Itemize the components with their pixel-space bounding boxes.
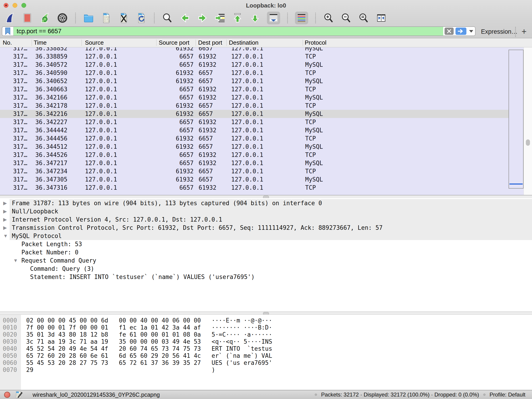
- cell-no: 317…: [0, 118, 32, 126]
- expand-icon[interactable]: ▶: [3, 199, 7, 207]
- packet-row[interactable]: 317…36.347305127.0.0.1619326657127.0.0.1…: [0, 175, 532, 184]
- column-header-source[interactable]: Source: [82, 38, 157, 47]
- add-filter-button[interactable]: +: [521, 25, 526, 38]
- packet-row[interactable]: 317…36.340590127.0.0.1619326657127.0.0.1…: [0, 69, 532, 77]
- capture-comment-icon[interactable]: 0101 0110: [15, 391, 23, 399]
- packet-row[interactable]: 317…36.344456127.0.0.1619326657127.0.0.1…: [0, 134, 532, 143]
- cell-source: 127.0.0.1: [82, 69, 157, 77]
- file-open-button[interactable]: [83, 12, 94, 24]
- packet-row[interactable]: 317…36.340572127.0.0.1665761932127.0.0.1…: [0, 61, 532, 69]
- hex-row[interactable]: 007029 ): [0, 367, 532, 374]
- hex-row[interactable]: 00303c 71 aa 19 3c 71 aa 19 35 00 00 00 …: [0, 338, 532, 345]
- hex-row[interactable]: 006055 45 53 20 28 27 75 73 65 72 61 37 …: [0, 359, 532, 367]
- go-last-button[interactable]: [249, 12, 261, 24]
- expand-icon[interactable]: ▶: [3, 224, 7, 232]
- packet-list-minimap[interactable]: [508, 50, 524, 189]
- filter-clear-button[interactable]: [444, 28, 454, 35]
- zoom-in-button[interactable]: [323, 12, 334, 24]
- go-back-button[interactable]: [179, 12, 191, 24]
- column-header-no[interactable]: No.: [0, 38, 32, 47]
- packet-row[interactable]: 317…36.342178127.0.0.1619326657127.0.0.1…: [0, 101, 532, 110]
- column-header-destination[interactable]: Destination: [227, 38, 303, 47]
- packet-row[interactable]: 317…36.342227127.0.0.1665761932127.0.0.1…: [0, 118, 532, 126]
- detail-row[interactable]: Packet Length: 53: [0, 240, 532, 248]
- packet-row[interactable]: 317…36.347234127.0.0.1619326657127.0.0.1…: [0, 167, 532, 175]
- hex-row[interactable]: 004045 52 54 20 49 4e 54 4f 20 60 74 65 …: [0, 345, 532, 352]
- expression-button[interactable]: Expression…: [481, 25, 518, 38]
- cell-time: 36.340663: [32, 85, 82, 93]
- cell-dst_port: 6657: [196, 101, 227, 110]
- splitter-list-details[interactable]: [0, 195, 532, 198]
- filter-value[interactable]: tcp.port == 6657: [13, 27, 443, 36]
- packet-row[interactable]: 317…36.347316127.0.0.1665761932127.0.0.1…: [0, 184, 532, 192]
- detail-row[interactable]: ▶Transmission Control Protocol, Src Port…: [0, 224, 532, 232]
- find-packet-button[interactable]: [162, 12, 173, 24]
- detail-row[interactable]: ▶Internet Protocol Version 4, Src: 127.0…: [0, 215, 532, 224]
- column-header-protocol[interactable]: Protocol: [303, 38, 532, 47]
- column-header-dest-port[interactable]: Dest port: [196, 38, 227, 47]
- zoom-reset-icon: [358, 13, 369, 24]
- file-close-button[interactable]: 01010 01101 01110: [118, 12, 129, 24]
- cell-no: 317…: [0, 151, 32, 159]
- filter-bookmark-icon[interactable]: [2, 27, 13, 36]
- packet-list-scrollbar[interactable]: [524, 47, 532, 195]
- packet-row[interactable]: 317…36.347217127.0.0.1665761932127.0.0.1…: [0, 159, 532, 167]
- cell-destination: 127.0.0.1: [227, 126, 303, 134]
- profile-indicator[interactable]: Profile: Default: [490, 392, 526, 398]
- capture-filename[interactable]: wireshark_lo0_20200129145336_0YP26C.pcap…: [32, 392, 160, 398]
- zoom-reset-button[interactable]: [358, 12, 369, 24]
- toolbar-separator: [287, 13, 288, 23]
- packet-row[interactable]: 317…36.344442127.0.0.1665761932127.0.0.1…: [0, 126, 532, 134]
- packet-row[interactable]: 317…36.338859127.0.0.1665761932127.0.0.1…: [0, 52, 532, 61]
- autoscroll-button[interactable]: [267, 12, 280, 24]
- splitter-details-hex[interactable]: [0, 311, 532, 315]
- zoom-out-button[interactable]: [341, 12, 352, 24]
- hex-row[interactable]: 005065 72 60 20 28 60 6e 61 6d 65 60 29 …: [0, 352, 532, 359]
- go-to-packet-button[interactable]: [214, 12, 226, 24]
- expand-icon[interactable]: ▶: [3, 207, 7, 215]
- collapse-icon[interactable]: ▼: [13, 256, 18, 265]
- capture-restart-button[interactable]: [39, 12, 51, 24]
- detail-row[interactable]: Command: Query (3): [0, 265, 532, 273]
- collapse-icon[interactable]: ▼: [3, 232, 8, 240]
- filter-bar: tcp.port == 6657 Expression… +: [0, 25, 532, 38]
- display-filter-input[interactable]: tcp.port == 6657: [2, 26, 475, 36]
- detail-row[interactable]: ▼Request Command Query: [0, 256, 532, 265]
- hex-row[interactable]: 002035 01 3d 43 80 18 12 b8 fe 61 00 00 …: [0, 331, 532, 338]
- column-header-time[interactable]: Time: [32, 38, 82, 47]
- detail-row[interactable]: Statement: INSERT INTO `testuser` (`name…: [0, 273, 532, 281]
- capture-start-button[interactable]: [4, 12, 15, 24]
- capture-stop-button[interactable]: [22, 12, 33, 24]
- detail-row[interactable]: ▼MySQL Protocol: [0, 232, 532, 240]
- packet-row-selected[interactable]: 317…36.342216127.0.0.1619326657127.0.0.1…: [0, 110, 532, 118]
- packet-row[interactable]: 317…36.344512127.0.0.1619326657127.0.0.1…: [0, 143, 532, 151]
- detail-row[interactable]: ▶Null/Loopback: [0, 207, 532, 215]
- detail-row[interactable]: Packet Number: 0: [0, 248, 532, 256]
- expand-icon[interactable]: ▶: [3, 215, 7, 224]
- capture-options-button[interactable]: [57, 12, 68, 24]
- packet-row[interactable]: 317…36.344526127.0.0.1665761932127.0.0.1…: [0, 151, 532, 159]
- packet-row[interactable]: 317…36.342166127.0.0.1665761932127.0.0.1…: [0, 93, 532, 101]
- detail-row[interactable]: ▶Frame 31787: 113 bytes on wire (904 bit…: [0, 199, 532, 207]
- packet-row[interactable]: 317…36.338852127.0.0.1619326657127.0.0.1…: [0, 47, 532, 52]
- expert-info-icon[interactable]: [4, 392, 10, 398]
- resize-columns-button[interactable]: [375, 12, 387, 24]
- go-first-button[interactable]: [232, 12, 243, 24]
- cell-no: 317…: [0, 159, 32, 167]
- filter-history-dropdown-icon[interactable]: [469, 30, 473, 32]
- colorize-button[interactable]: [295, 12, 308, 24]
- file-save-button[interactable]: 01010 01101 01110: [101, 12, 112, 24]
- hex-bytes-and-ascii: 65 72 60 20 28 60 6e 61 6d 65 60 29 20 5…: [26, 352, 272, 359]
- hex-row[interactable]: 000002 00 00 00 45 00 00 6d 00 00 40 00 …: [0, 317, 532, 324]
- titlebar[interactable]: Loopback: lo0: [0, 0, 532, 11]
- file-reload-button[interactable]: 01010 01101 01110: [135, 12, 147, 24]
- cell-protocol: MySQL: [303, 110, 532, 118]
- packet-row[interactable]: 317…36.340663127.0.0.1665761932127.0.0.1…: [0, 85, 532, 93]
- packet-row[interactable]: 317…36.340652127.0.0.1619326657127.0.0.1…: [0, 77, 532, 85]
- column-header-source-port[interactable]: Source port: [157, 38, 196, 47]
- filter-apply-button[interactable]: [456, 28, 466, 35]
- go-forward-button[interactable]: [197, 12, 208, 24]
- cell-destination: 127.0.0.1: [227, 143, 303, 151]
- hex-row[interactable]: 00107f 00 00 01 7f 00 00 01 f1 ec 1a 01 …: [0, 324, 532, 331]
- packet-list-scrollbar-thumb[interactable]: [526, 139, 530, 146]
